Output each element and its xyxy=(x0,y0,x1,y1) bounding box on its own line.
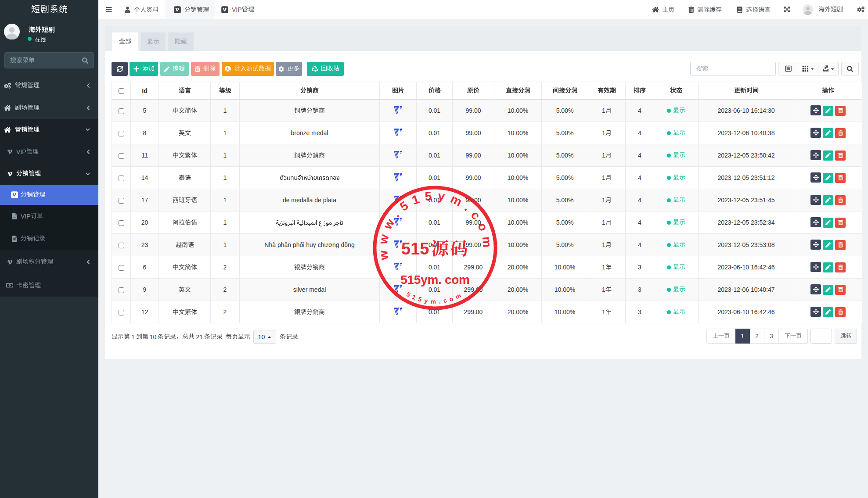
svg-text:www.515ym.com: www.515ym.com xyxy=(376,189,494,261)
svg-text:515ym. com: 515ym. com xyxy=(400,273,469,287)
svg-text:515: 515 xyxy=(401,240,429,258)
